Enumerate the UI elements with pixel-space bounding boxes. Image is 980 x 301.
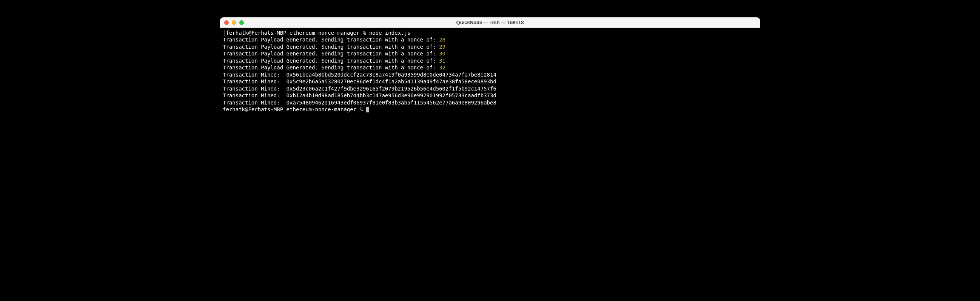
payload-prefix: Transaction Payload Generated. Sending t…	[223, 36, 436, 43]
prompt-line: [ferhatk@Ferhats-MBP ethereum-nonce-mana…	[223, 29, 757, 36]
payload-line: Transaction Payload Generated. Sending t…	[223, 57, 757, 64]
prompt-user-host: ferhatk@Ferhats-MBP	[223, 106, 283, 112]
nonce-value: 31	[439, 58, 445, 64]
prompt-directory: ethereum-nonce-manager	[286, 106, 356, 112]
prompt-user-host: ferhatk@Ferhats-MBP	[226, 30, 286, 36]
command-text: node index.js	[369, 30, 411, 36]
tx-hash: 0x5c9e2b6a5a53280270ec86def1dc4f1a2ab541…	[286, 78, 496, 84]
prompt-directory: ethereum-nonce-manager	[290, 30, 360, 36]
minimize-icon[interactable]	[232, 21, 236, 25]
tx-hash: 0x561bea4b8bbd520ddccf2ac73c8a7419f0a935…	[286, 72, 496, 78]
nonce-value: 29	[439, 44, 445, 50]
payload-prefix: Transaction Payload Generated. Sending t…	[223, 44, 436, 50]
mined-prefix: Transaction Mined:	[223, 92, 280, 98]
mined-line: Transaction Mined: 0x561bea4b8bbd520ddcc…	[223, 71, 757, 78]
payload-prefix: Transaction Payload Generated. Sending t…	[223, 65, 436, 71]
traffic-lights	[220, 21, 244, 25]
close-icon[interactable]	[224, 21, 229, 25]
nonce-value: 32	[439, 65, 445, 71]
payload-line: Transaction Payload Generated. Sending t…	[223, 36, 757, 43]
prompt-line: ferhatk@Ferhats-MBP ethereum-nonce-manag…	[223, 106, 757, 113]
mined-prefix: Transaction Mined:	[223, 78, 280, 84]
nonce-value: 30	[439, 51, 445, 57]
payload-line: Transaction Payload Generated. Sending t…	[223, 50, 757, 57]
payload-line: Transaction Payload Generated. Sending t…	[223, 43, 757, 50]
mined-prefix: Transaction Mined:	[223, 86, 280, 92]
tx-hash: 0x5d23c06a2c1f427f9dbe3296165f2079b21952…	[286, 86, 496, 92]
mined-prefix: Transaction Mined:	[223, 100, 280, 106]
terminal-body[interactable]: [ferhatk@Ferhats-MBP ethereum-nonce-mana…	[220, 28, 760, 146]
mined-line: Transaction Mined: 0xb12a4b10d98ad185eb7…	[223, 92, 757, 99]
prompt-symbol: %	[360, 106, 363, 112]
nonce-value: 28	[439, 36, 445, 43]
window-title: QuickNode — -zsh — 168×18	[220, 20, 760, 25]
titlebar: QuickNode — -zsh — 168×18	[220, 17, 760, 28]
mined-prefix: Transaction Mined:	[223, 72, 280, 78]
payload-prefix: Transaction Payload Generated. Sending t…	[223, 58, 436, 64]
prompt-symbol: %	[363, 30, 366, 36]
maximize-icon[interactable]	[239, 21, 244, 25]
mined-line: Transaction Mined: 0x5d23c06a2c1f427f9db…	[223, 85, 757, 92]
cursor-icon	[366, 107, 369, 112]
payload-prefix: Transaction Payload Generated. Sending t…	[223, 51, 436, 57]
tx-hash: 0xa754809462a16943edf06937f81e0f83b3ab5f…	[286, 100, 496, 106]
mined-line: Transaction Mined: 0x5c9e2b6a5a53280270e…	[223, 78, 757, 85]
terminal-window: QuickNode — -zsh — 168×18 [ferhatk@Ferha…	[220, 17, 760, 146]
mined-line: Transaction Mined: 0xa754809462a16943edf…	[223, 99, 757, 106]
tx-hash: 0xb12a4b10d98ad185eb744bb3c147ae956d3e90…	[286, 92, 496, 98]
payload-line: Transaction Payload Generated. Sending t…	[223, 64, 757, 71]
